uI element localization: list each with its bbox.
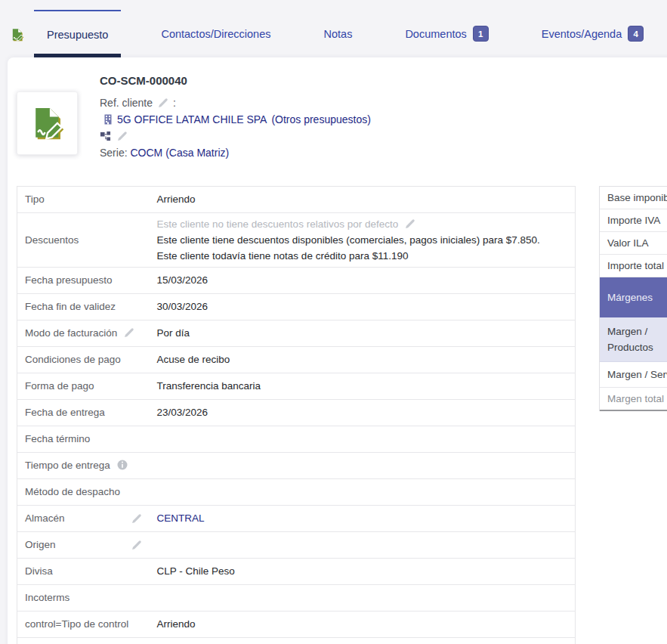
row-label: Fecha término	[17, 426, 150, 453]
row-value	[150, 585, 576, 611]
warehouse-link[interactable]: CENTRAL	[157, 512, 205, 524]
edit-ref-client-pencil-icon[interactable]	[157, 98, 168, 109]
tab-label: Documentos	[405, 28, 466, 40]
row-label: Incoterms	[17, 585, 150, 611]
edit-origin-pencil-icon[interactable]	[131, 540, 142, 551]
tabs: Presupuesto Contactos/Direcciones Notas …	[34, 10, 667, 57]
page-title: CO-SCM-000040	[100, 74, 187, 87]
row-label: Almacén	[17, 506, 150, 532]
discount-available-line: Este cliente tiene descuentos disponible…	[157, 232, 568, 248]
row-value: CENTRAL	[150, 506, 576, 532]
table-row-fecha-entrega: Fecha de entrega 23/03/2026	[17, 400, 576, 426]
row-value: Este cliente no tiene descuentos relativ…	[150, 213, 576, 268]
serie-suffix-link[interactable]: (Casa Matriz)	[165, 147, 229, 159]
edit-project-pencil-icon[interactable]	[116, 131, 128, 142]
row-label: Modo de facturación	[17, 320, 150, 347]
tab-documentos[interactable]: Documentos 1	[392, 10, 501, 57]
total-row-valor-ila: Valor ILA	[600, 232, 667, 255]
row-label: Divisa	[17, 559, 150, 585]
table-row-descuentos: Descuentos Este cliente no tiene descuen…	[17, 213, 576, 268]
tab-bar: Presupuesto Contactos/Direcciones Notas …	[0, 0, 667, 57]
serie-line: Serie: COCM (Casa Matriz)	[100, 147, 229, 159]
row-label: Forma de pago	[17, 373, 150, 400]
details-table: Tipo Arriendo Descuentos Este cliente no…	[17, 186, 576, 644]
row-value	[150, 426, 576, 453]
main-card: CO-SCM-000040 Ref. cliente : 5G OFFICE L…	[8, 57, 667, 644]
edit-billing-mode-pencil-icon[interactable]	[123, 327, 134, 339]
row-value: CLP - Chile Peso	[150, 559, 576, 585]
company-link[interactable]: 5G OFFICE LATAM CHILE SPA	[117, 113, 267, 125]
proposal-doc-icon	[11, 28, 24, 42]
margin-total-row: Margen total	[600, 388, 667, 411]
project-line	[100, 131, 128, 142]
ref-client-label: Ref. cliente	[100, 97, 153, 109]
other-proposals-link[interactable]: (Otros presupuestos)	[271, 113, 371, 125]
row-label: Descuentos	[17, 213, 150, 268]
table-row-metodo-despacho: Método de despacho	[17, 479, 576, 506]
row-label: testor	[17, 638, 150, 644]
serie-link[interactable]: COCM	[130, 147, 162, 159]
row-value: Transferencia bancaria	[150, 373, 576, 400]
proposal-thumbnail	[17, 91, 78, 155]
tab-label: Contactos/Direcciones	[161, 28, 270, 40]
edit-warehouse-pencil-icon[interactable]	[131, 513, 142, 525]
row-value: Acuse de recibo	[150, 347, 576, 373]
table-row-tiempo-entrega: Tiempo de entrega	[17, 453, 576, 479]
row-label: Fecha presupuesto	[17, 268, 150, 294]
table-row-tipo: Tipo Arriendo	[17, 187, 576, 213]
table-row-condiciones-pago: Condiciones de pago Acuse de recibo	[17, 347, 576, 373]
row-value: 23/03/2026	[150, 400, 576, 426]
row-value: Arriendo	[150, 611, 576, 638]
row-label: Tipo	[17, 187, 150, 213]
row-label: Fecha de entrega	[17, 400, 150, 426]
table-row-control: control=Tipo de control Arriendo	[17, 611, 576, 638]
row-label: Tiempo de entrega	[17, 453, 150, 479]
total-row-importe-iva: Importe IVA	[600, 209, 667, 232]
row-value: Arriendo	[150, 187, 576, 213]
total-row-base-imponible: Base imponible	[600, 187, 667, 209]
building-icon	[103, 114, 113, 125]
row-label: Fecha fin de validez	[17, 294, 150, 320]
totals-panel: Base imponible Importe IVA Valor ILA Imp…	[599, 186, 667, 411]
row-label: Condiciones de pago	[17, 347, 150, 373]
table-row-almacen: Almacén CENTRAL	[17, 506, 576, 532]
table-row-forma-pago: Forma de pago Transferencia bancaria	[17, 373, 576, 400]
margin-services-row: Margen / Servicios	[600, 362, 667, 388]
row-label: Método de despacho	[17, 479, 150, 506]
table-row-testor: testor	[17, 638, 576, 644]
tab-notas[interactable]: Notas	[311, 10, 366, 57]
row-value: 30/03/2026	[150, 294, 576, 320]
table-row-divisa: Divisa CLP - Chile Peso	[17, 559, 576, 585]
total-row-importe-total: Importe total	[600, 255, 667, 277]
tab-label: Presupuesto	[47, 29, 108, 41]
row-label: Origen	[17, 532, 150, 559]
tab-presupuesto[interactable]: Presupuesto	[34, 10, 121, 57]
edit-discount-pencil-icon[interactable]	[404, 218, 415, 230]
documents-count-badge: 1	[473, 26, 489, 42]
row-value: 15/03/2026	[150, 268, 576, 294]
table-row-fecha-presupuesto: Fecha presupuesto 15/03/2026	[17, 268, 576, 294]
table-row-modo-facturacion: Modo de facturación Por día	[17, 320, 576, 347]
discount-credit-notes-line: Este cliente todavía tiene notas de créd…	[157, 248, 568, 264]
table-row-incoterms: Incoterms	[17, 585, 576, 611]
tab-contactos-direcciones[interactable]: Contactos/Direcciones	[148, 10, 283, 57]
proposal-doc-icon-large	[30, 106, 65, 141]
tab-eventos-agenda[interactable]: Eventos/Agenda 4	[529, 10, 656, 57]
tab-label: Notas	[324, 28, 353, 40]
sitemap-icon	[100, 131, 111, 142]
row-value	[150, 532, 576, 559]
serie-label: Serie:	[100, 147, 128, 159]
events-count-badge: 4	[628, 26, 644, 42]
margin-products-row: Margen / Productos	[600, 317, 667, 362]
row-value: Por día	[150, 320, 576, 347]
margins-header-row: Márgenes	[600, 277, 667, 317]
row-label: control=Tipo de control	[17, 611, 150, 638]
table-row-fecha-termino: Fecha término	[17, 426, 576, 453]
table-row-fecha-fin-validez: Fecha fin de validez 30/03/2026	[17, 294, 576, 320]
ref-client-line: Ref. cliente :	[100, 97, 176, 109]
row-value	[150, 479, 576, 506]
tab-label: Eventos/Agenda	[542, 28, 622, 40]
row-value	[150, 453, 576, 479]
discount-default-line: Este cliente no tiene descuentos relativ…	[157, 216, 568, 232]
ref-client-colon: :	[173, 97, 176, 109]
